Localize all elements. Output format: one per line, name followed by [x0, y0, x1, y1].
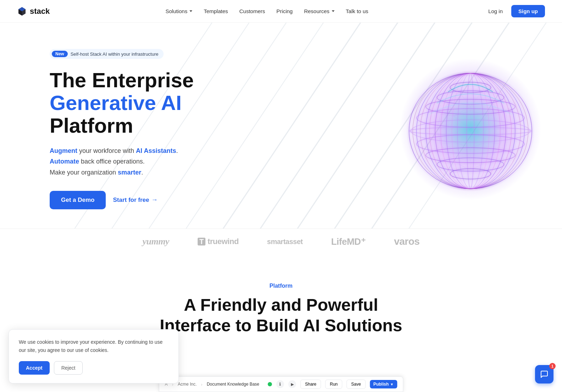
platform-section: Platform A Friendly and Powerful Interfa… [0, 261, 562, 336]
hero-content: New Self-host Stack AI within your infra… [50, 49, 194, 209]
nav-actions: Log in Sign up [484, 5, 545, 17]
get-demo-button[interactable]: Get a Demo [50, 191, 106, 209]
nav-solutions[interactable]: Solutions [165, 8, 192, 14]
hero-title: The Enterprise Generative AI Platform [50, 69, 194, 137]
hero-section: New Self-host Stack AI within your infra… [0, 23, 562, 228]
nav-resources[interactable]: Resources [304, 8, 335, 14]
logo-yummy: yummy [142, 236, 169, 247]
logo-icon [17, 6, 27, 16]
hero-sphere-visual [396, 44, 545, 214]
logo[interactable]: stack [17, 6, 50, 16]
navbar: stack Solutions Templates Customers Pric… [0, 0, 562, 23]
signup-button[interactable]: Sign up [511, 5, 545, 17]
hero-description: Augment your workforce with AI Assistant… [50, 145, 194, 178]
badge-text: Self-host Stack AI within your infrastru… [71, 51, 159, 57]
login-button[interactable]: Log in [484, 5, 507, 17]
cookie-banner: We use cookies to improve your experienc… [9, 329, 179, 336]
platform-title: A Friendly and Powerful Interface to Bui… [146, 295, 416, 336]
platform-label: Platform [17, 283, 545, 289]
logos-section: yummy T truewind smartasset LifeMD⁺ varo… [0, 228, 562, 261]
start-free-button[interactable]: Start for free → [113, 196, 158, 204]
hero-ctas: Get a Demo Start for free → [50, 191, 194, 209]
nav-talk-to-us[interactable]: Talk to us [346, 8, 368, 14]
chevron-down-icon [189, 10, 192, 12]
sphere-illustration [396, 44, 545, 214]
nav-pricing[interactable]: Pricing [276, 8, 293, 14]
nav-links: Solutions Templates Customers Pricing Re… [165, 8, 368, 14]
logo-truewind: T truewind [198, 237, 239, 246]
logo-varos: varos [394, 236, 419, 247]
badge-new-label: New [52, 51, 68, 57]
logo-smartasset: smartasset [267, 238, 303, 246]
arrow-right-icon: → [151, 196, 158, 204]
logo-lifemd: LifeMD⁺ [331, 236, 365, 247]
logo-text: stack [30, 7, 50, 16]
chevron-down-icon [332, 10, 335, 12]
nav-customers[interactable]: Customers [239, 8, 265, 14]
nav-templates[interactable]: Templates [204, 8, 228, 14]
hero-badge: New Self-host Stack AI within your infra… [50, 49, 164, 59]
truewind-t-icon: T [198, 238, 205, 245]
